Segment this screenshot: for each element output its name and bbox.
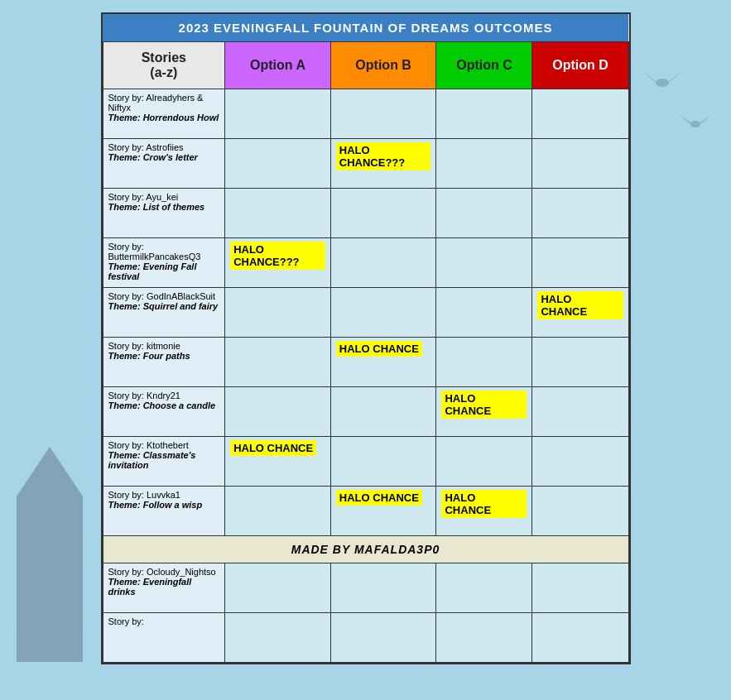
option-cell — [225, 338, 331, 387]
svg-marker-19 — [642, 70, 658, 84]
option-cell — [330, 89, 436, 139]
option-cell: HALO CHANCE — [436, 487, 532, 536]
table-row: Story by: AstrofiiesTheme: Crow's letter… — [103, 139, 628, 189]
made-by-label: MADE BY MAFALDA3P0 — [103, 536, 628, 563]
option-cell — [330, 437, 436, 487]
option-cell — [532, 89, 628, 139]
stories-header: Stories(a-z) — [103, 42, 225, 89]
svg-marker-23 — [699, 114, 712, 126]
option-cell — [225, 189, 331, 238]
story-cell: Story by: KtothebertTheme: Classmate's i… — [103, 437, 225, 487]
option-cell — [436, 288, 532, 338]
story-cell: Story by: — [103, 613, 225, 663]
option-cell — [532, 437, 628, 487]
table-row: Story by: KtothebertTheme: Classmate's i… — [103, 437, 628, 487]
header-row: Stories(a-z) Option A Option B Option C … — [103, 42, 628, 89]
table-row: Story by: ButtermilkPancakesQ3Theme: Eve… — [103, 238, 628, 288]
option-cell — [225, 89, 331, 139]
svg-point-21 — [690, 121, 700, 127]
option-cell — [532, 487, 628, 536]
option-cell — [436, 189, 532, 238]
option-cell — [532, 338, 628, 387]
option-cell: HALO CHANCE??? — [225, 238, 331, 288]
story-cell: Story by: Kndry21Theme: Choose a candle — [103, 387, 225, 437]
table-row: Story by: — [103, 613, 628, 663]
option-a-header: Option A — [225, 42, 331, 89]
option-cell: HALO CHANCE — [330, 338, 436, 387]
story-cell: Story by: GodInABlackSuitTheme: Squirrel… — [103, 288, 225, 338]
option-cell — [532, 613, 628, 663]
data-rows: Story by: Alreadyhers & NiftyxTheme: Hor… — [103, 89, 628, 536]
option-cell — [532, 238, 628, 288]
option-cell — [330, 387, 436, 437]
option-cell — [532, 387, 628, 437]
option-cell — [225, 387, 331, 437]
table-row: Story by: Luvvka1Theme: Follow a wispHAL… — [103, 487, 628, 536]
story-cell: Story by: Ayu_keiTheme: List of themes — [103, 189, 225, 238]
option-cell — [436, 139, 532, 189]
table-row: Story by: GodInABlackSuitTheme: Squirrel… — [103, 288, 628, 338]
table-row: Story by: kitmonieTheme: Four pathsHALO … — [103, 338, 628, 387]
option-c-header: Option C — [436, 42, 532, 89]
option-d-header: Option D — [532, 42, 628, 89]
option-cell — [225, 563, 331, 613]
option-cell — [436, 563, 532, 613]
outcomes-table: 2023 EVENINGFALL FOUNTAIN OF DREAMS OUTC… — [103, 14, 629, 663]
option-cell — [532, 189, 628, 238]
option-cell — [436, 338, 532, 387]
option-cell — [225, 613, 331, 663]
table-row: Story by: Kndry21Theme: Choose a candleH… — [103, 387, 628, 437]
table-row: Story by: Alreadyhers & NiftyxTheme: Hor… — [103, 89, 628, 139]
option-cell — [436, 613, 532, 663]
option-cell: HALO CHANCE — [436, 387, 532, 437]
made-by-row: MADE BY MAFALDA3P0 — [103, 536, 628, 563]
svg-marker-22 — [679, 114, 692, 126]
option-cell — [436, 238, 532, 288]
story-cell: Story by: Ocloudy_NightsoTheme: Eveningf… — [103, 563, 225, 613]
story-cell: Story by: AstrofiiesTheme: Crow's letter — [103, 139, 225, 189]
option-b-header: Option B — [330, 42, 436, 89]
option-cell — [436, 89, 532, 139]
option-cell — [330, 288, 436, 338]
svg-point-18 — [656, 79, 669, 87]
story-cell: Story by: kitmonieTheme: Four paths — [103, 338, 225, 387]
story-cell: Story by: ButtermilkPancakesQ3Theme: Eve… — [103, 238, 225, 288]
option-cell — [225, 288, 331, 338]
option-cell — [330, 238, 436, 288]
svg-marker-20 — [666, 70, 683, 84]
story-cell: Story by: Alreadyhers & NiftyxTheme: Hor… — [103, 89, 225, 139]
svg-rect-3 — [46, 463, 52, 496]
title-row: 2023 EVENINGFALL FOUNTAIN OF DREAMS OUTC… — [103, 14, 628, 42]
option-cell — [330, 189, 436, 238]
extra-rows: Story by: Ocloudy_NightsoTheme: Eveningf… — [103, 563, 628, 663]
option-cell: HALO CHANCE??? — [330, 139, 436, 189]
option-cell — [225, 487, 331, 536]
story-cell: Story by: Luvvka1Theme: Follow a wisp — [103, 487, 225, 536]
svg-rect-0 — [17, 496, 83, 662]
svg-rect-2 — [37, 538, 58, 567]
option-cell — [532, 139, 628, 189]
table-row: Story by: Ocloudy_NightsoTheme: Eveningf… — [103, 563, 628, 613]
option-cell: HALO CHANCE — [532, 288, 628, 338]
option-cell: HALO CHANCE — [330, 487, 436, 536]
option-cell — [436, 437, 532, 487]
option-cell — [330, 613, 436, 663]
svg-marker-1 — [17, 447, 83, 496]
table-row: Story by: Ayu_keiTheme: List of themes — [103, 189, 628, 238]
main-table-container: 2023 EVENINGFALL FOUNTAIN OF DREAMS OUTC… — [101, 12, 631, 664]
option-cell — [225, 139, 331, 189]
option-cell — [330, 563, 436, 613]
table-title: 2023 EVENINGFALL FOUNTAIN OF DREAMS OUTC… — [103, 14, 628, 42]
option-cell — [532, 563, 628, 613]
option-cell: HALO CHANCE — [225, 437, 331, 487]
